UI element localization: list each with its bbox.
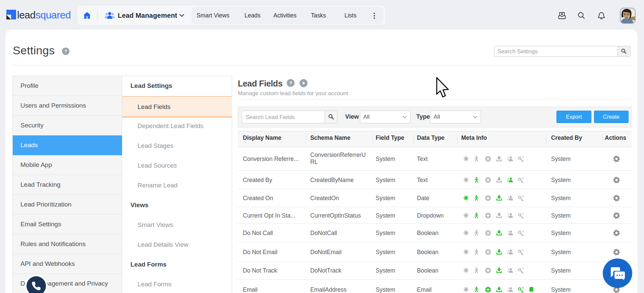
svg-text:?: ? [289, 80, 292, 86]
svg-text:?: ? [64, 49, 67, 54]
svg-text:lead: lead [17, 10, 36, 20]
svg-text:squared: squared [36, 10, 71, 20]
